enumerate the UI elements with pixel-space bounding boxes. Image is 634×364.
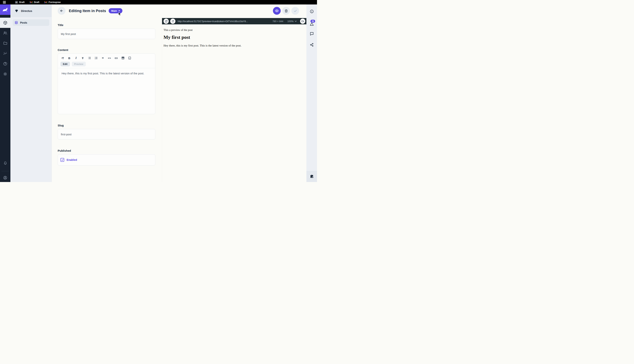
device-size-button[interactable]: [300, 18, 305, 24]
calendar-icon: 31: [15, 1, 18, 4]
sidebar-activity-footer[interactable]: [306, 171, 317, 182]
account-icon: [3, 176, 8, 180]
module-files[interactable]: [0, 38, 11, 48]
refresh-button[interactable]: [170, 18, 175, 24]
notifications-bell[interactable]: [0, 158, 11, 168]
slug-input[interactable]: [58, 129, 155, 140]
main-area: Editing Item in Posts Main: [52, 4, 306, 182]
comment-icon: [310, 32, 314, 36]
module-bar: [0, 4, 11, 182]
browser-tab-label: Formspree: [49, 1, 61, 4]
nav-item-posts[interactable]: Posts: [13, 19, 49, 26]
blockquote-button[interactable]: ”: [101, 56, 105, 60]
module-users[interactable]: [0, 28, 11, 38]
caret-down-icon: [118, 10, 120, 12]
trash-icon: [284, 9, 288, 13]
preview-zoom-value: 100%: [287, 20, 294, 23]
browser-tab-label: Draft: [19, 1, 25, 4]
module-insights[interactable]: [0, 48, 11, 58]
link-icon: [114, 56, 118, 60]
preview-intro-text: This a preview of the post: [164, 28, 306, 32]
published-checkbox-label: Enabled: [67, 158, 77, 161]
preview-zoom-select[interactable]: 100%: [287, 20, 297, 23]
project-switcher[interactable]: Directus: [11, 4, 52, 17]
published-field: Enabled: [58, 154, 155, 166]
browser-tab-formspree[interactable]: Formspree: [45, 1, 61, 4]
content-field-label: Content: [58, 48, 162, 52]
comments-sidebar-button[interactable]: [310, 32, 314, 36]
revisions-count-badge: 25: [310, 20, 315, 23]
link-button[interactable]: [114, 56, 118, 60]
page-title: Editing Item in Posts: [69, 9, 106, 13]
slug-field-label: Slug: [58, 124, 162, 127]
preview-body-text: Hey there, this is my first post. This i…: [164, 44, 306, 47]
save-button[interactable]: [291, 7, 299, 15]
nav-item-label: Posts: [20, 21, 27, 24]
refresh-icon: [172, 20, 174, 23]
gmail-icon: [30, 1, 33, 3]
info-icon: [310, 9, 314, 14]
numbered-list-icon: 1 2 3: [95, 56, 98, 60]
table-button[interactable]: [121, 56, 125, 60]
tab-edit[interactable]: Edit: [61, 62, 70, 66]
code-button[interactable]: <>: [108, 56, 111, 60]
user-avatar[interactable]: [0, 174, 11, 182]
open-in-new-icon: [165, 20, 168, 23]
numbered-list-button[interactable]: 1 2 3: [94, 56, 98, 60]
page-header: Editing Item in Posts Main: [52, 4, 306, 17]
editor-toolbar: тT B I T 1: [58, 54, 155, 60]
pending-tasks-icon: [310, 174, 314, 178]
eye-icon: [275, 9, 279, 13]
tab-overview-grid-icon[interactable]: [3, 1, 6, 4]
info-sidebar-button[interactable]: [310, 9, 314, 14]
image-icon: [128, 56, 131, 60]
browser-tabs: 31 Draft Draft: [15, 1, 61, 4]
published-field-label: Published: [58, 149, 162, 152]
database-icon: [15, 21, 18, 24]
right-sidebar: 25: [306, 4, 317, 182]
content-textarea[interactable]: Hey there, this is my first post. This i…: [58, 68, 151, 79]
title-input[interactable]: [58, 29, 155, 39]
rabbit-icon: [2, 7, 8, 12]
open-in-new-button[interactable]: [164, 18, 169, 24]
bullet-list-icon: [88, 56, 91, 60]
shares-sidebar-button[interactable]: [310, 43, 314, 47]
browser-tab-draft-calendar[interactable]: 31 Draft: [15, 1, 25, 4]
gear-icon: [3, 72, 8, 76]
directus-logo[interactable]: [0, 4, 11, 15]
item-form: Title Content тT B I T: [52, 17, 162, 182]
tab-preview[interactable]: Preview: [72, 62, 86, 66]
bold-button[interactable]: B: [68, 56, 71, 60]
users-icon: [3, 31, 8, 35]
chevron-down-icon: [295, 21, 297, 22]
live-preview-pane: http://localhost:5173/1?preview=true&tok…: [162, 17, 306, 182]
module-settings[interactable]: [0, 69, 11, 79]
delete-button[interactable]: [282, 7, 290, 15]
table-icon: [121, 56, 125, 60]
module-docs[interactable]: [0, 58, 11, 69]
devices-icon: [301, 20, 304, 23]
version-menu-button[interactable]: Main: [109, 8, 122, 14]
help-icon: [3, 62, 8, 66]
preview-toggle-button[interactable]: [273, 7, 281, 15]
italic-button[interactable]: I: [74, 56, 78, 60]
share-icon: [310, 43, 314, 47]
image-button[interactable]: [128, 56, 131, 60]
check-icon: [293, 9, 297, 13]
project-name: Directus: [21, 9, 32, 12]
browser-tab-label: Draft: [34, 1, 39, 4]
insights-icon: [3, 51, 8, 56]
arrow-left-icon: [60, 9, 64, 13]
format-size-button[interactable]: тT: [61, 56, 64, 60]
browser-tab-draft-gmail[interactable]: Draft: [30, 1, 39, 4]
preview-url-bar: http://localhost:5173/1?preview=true&tok…: [162, 18, 306, 24]
markdown-editor: тT B I T 1: [58, 54, 155, 114]
preview-heading: My first post: [164, 34, 306, 40]
back-button[interactable]: [58, 7, 66, 15]
module-content[interactable]: [0, 18, 11, 28]
preview-url: http://localhost:5173/1?preview=true&tok…: [178, 20, 271, 23]
bullet-list-button[interactable]: [88, 56, 91, 60]
strikethrough-button[interactable]: T: [81, 56, 85, 60]
published-checkbox[interactable]: [61, 158, 64, 162]
nav-sidebar: Directus Posts: [11, 4, 52, 182]
